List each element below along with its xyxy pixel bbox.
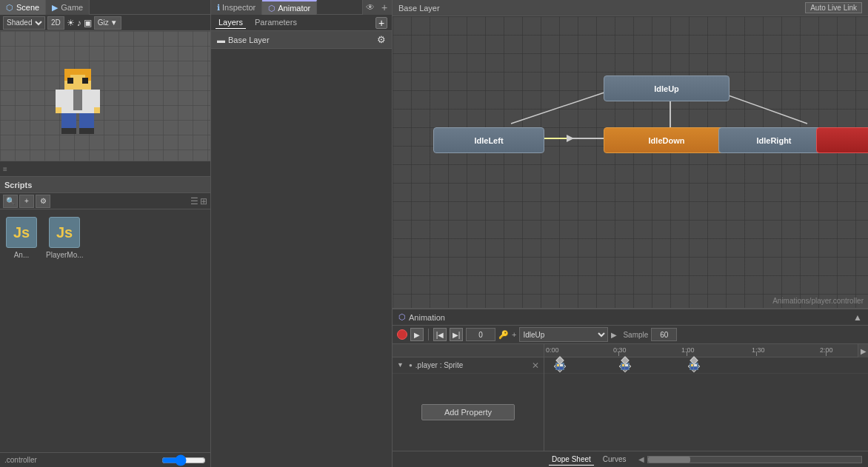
- add-layer-btn[interactable]: +: [375, 17, 387, 29]
- record-btn[interactable]: [397, 329, 407, 340]
- curves-tab[interactable]: Curves: [600, 454, 630, 466]
- svg-rect-7: [73, 90, 82, 110]
- svg-rect-8: [56, 90, 61, 107]
- animator-canvas-title: Base Layer: [398, 4, 440, 13]
- zoom-slider[interactable]: [161, 457, 206, 464]
- base-layer-label: Base Layer: [228, 36, 270, 44]
- clip-arrow: ▶: [611, 331, 617, 339]
- svg-rect-39: [560, 364, 563, 366]
- state-idle-left[interactable]: IdleLeft: [433, 127, 544, 153]
- script-name-1: An...: [14, 251, 30, 259]
- scripts-toolbar: 🔍 + ⚙ ☰ ⊞: [0, 193, 210, 209]
- time-input[interactable]: [466, 328, 495, 341]
- scene-tab[interactable]: ⬡ Scene: [0, 0, 46, 15]
- script-item-2[interactable]: Js PlayerMo...: [46, 217, 83, 259]
- svg-rect-11: [94, 107, 100, 113]
- step-fwd-btn[interactable]: ▶|: [450, 328, 463, 341]
- svg-rect-43: [622, 364, 624, 366]
- shading-mode-select[interactable]: Shaded: [3, 16, 45, 30]
- inspector-body: [211, 49, 392, 467]
- anim-controls-row: ▶ |◀ ▶| 🔑 + IdleUp IdleDown: [393, 326, 868, 344]
- script-name-2: PlayerMo...: [46, 251, 83, 259]
- dope-sheet-tab[interactable]: Dope Sheet: [549, 454, 594, 466]
- animation-bottom-bar: Dope Sheet Curves ◀: [393, 451, 868, 467]
- game-tab-label: Game: [61, 3, 83, 12]
- scene-toolbar: Shaded 2D ☀ ♪ ▣ Giz ▼: [0, 15, 210, 31]
- play-btn[interactable]: ▶: [410, 328, 424, 341]
- gear-icon[interactable]: ⚙: [377, 34, 386, 45]
- timeline-right[interactable]: 0:00 0:30 1:00 1:30 2:00 ▶: [544, 344, 868, 451]
- giz-btn[interactable]: Giz ▼: [94, 16, 121, 30]
- status-text: .controller: [4, 456, 37, 464]
- inspector-tab[interactable]: ℹ Inspector: [211, 0, 262, 15]
- slider-container: [161, 457, 206, 464]
- expand-btn[interactable]: ▼: [397, 361, 406, 370]
- animator-header: Base Layer Auto Live Link: [393, 0, 868, 16]
- svg-rect-37: [557, 364, 559, 366]
- anim-panel-collapse[interactable]: ▲: [853, 312, 862, 323]
- animation-icon: ⬡: [398, 312, 406, 322]
- auto-live-link-btn[interactable]: Auto Live Link: [805, 2, 862, 13]
- base-layer-bullet: ▬: [217, 36, 225, 44]
- sample-input[interactable]: [651, 328, 677, 341]
- timeline-area: ▼ ● .player : Sprite ✕ Add Property: [393, 344, 868, 451]
- prop-row-left: ▼ ● .player : Sprite: [397, 361, 532, 370]
- add-property-area: Add Property: [393, 374, 544, 451]
- scene-view[interactable]: [0, 31, 210, 161]
- add-property-btn[interactable]: Add Property: [421, 404, 515, 420]
- sun-icon: ☀: [67, 18, 75, 28]
- script-icon-1: Js: [6, 217, 37, 248]
- script-item-1[interactable]: Js An...: [6, 217, 37, 259]
- state-idle-up[interactable]: IdleUp: [604, 75, 730, 101]
- animator-canvas[interactable]: IdleUp IdleDown IdleLeft IdleRight Anima: [393, 16, 868, 308]
- bottom-status-bar: .controller: [0, 452, 210, 467]
- scripts-add-btn[interactable]: +: [19, 195, 34, 208]
- subtabs: Layers Parameters: [216, 16, 300, 29]
- base-layer-title: ▬ Base Layer: [217, 36, 270, 44]
- scripts-settings-btn[interactable]: ⚙: [36, 195, 50, 208]
- state-idle-right[interactable]: IdleRight: [718, 127, 829, 153]
- game-tab[interactable]: ▶ Game: [46, 0, 90, 15]
- dimension-btn[interactable]: 2D: [47, 16, 64, 30]
- prop-name-sprite: .player : Sprite: [415, 361, 463, 369]
- layers-tab[interactable]: Layers: [216, 16, 246, 29]
- clip-select[interactable]: IdleUp IdleDown IdleLeft IdleRight: [519, 327, 608, 342]
- scroll-thumb: [648, 457, 691, 463]
- svg-rect-45: [625, 364, 628, 366]
- svg-rect-40: [560, 367, 563, 369]
- scroll-right-btn[interactable]: ▶: [858, 344, 868, 357]
- svg-rect-44: [622, 367, 624, 369]
- right-panel: Base Layer Auto Live Link: [393, 0, 868, 467]
- dot-icon: ●: [409, 362, 413, 369]
- anim-bottom-right: Dope Sheet Curves ◀: [544, 454, 868, 466]
- state-red[interactable]: [816, 127, 868, 153]
- layers-params-row: Layers Parameters +: [211, 15, 392, 31]
- svg-rect-4: [67, 78, 73, 84]
- svg-rect-52: [694, 367, 697, 369]
- eye-btn[interactable]: 👁: [362, 0, 377, 15]
- display-icon: ▣: [84, 18, 92, 28]
- svg-rect-15: [79, 128, 94, 134]
- add-btn[interactable]: +: [377, 0, 392, 15]
- scene-tab-label: Scene: [16, 3, 39, 12]
- animator-tab[interactable]: ⬡ Animator: [262, 0, 317, 15]
- script-icon-2: Js: [49, 217, 80, 248]
- animation-panel: ⬡ Animation ▲ ▶ |◀ ▶|: [393, 308, 868, 467]
- prop-close-btn[interactable]: ✕: [532, 360, 539, 371]
- state-idle-down[interactable]: IdleDown: [604, 127, 730, 153]
- parameters-tab[interactable]: Parameters: [252, 16, 300, 29]
- timeline-scrollbar[interactable]: [647, 456, 862, 463]
- key-icon: 🔑: [498, 330, 509, 340]
- scroll-left-arrow[interactable]: ◀: [638, 455, 644, 463]
- audio-icon: ♪: [77, 18, 81, 28]
- scripts-title: Scripts: [4, 181, 32, 189]
- scripts-header: Scripts: [0, 177, 210, 193]
- timeline-ruler: 0:00 0:30 1:00 1:30 2:00 ▶: [544, 344, 868, 357]
- step-back-btn[interactable]: |◀: [433, 328, 447, 341]
- middle-panel: ℹ Inspector ⬡ Animator 👁 + Layers Parame…: [211, 0, 393, 467]
- scripts-search-btn[interactable]: 🔍: [3, 195, 18, 208]
- scripts-list-icon: ☰: [190, 196, 198, 206]
- scene-game-tabs: ⬡ Scene ▶ Game: [0, 0, 210, 15]
- scene-resize-icon: ≡: [3, 165, 7, 173]
- scripts-panel: Scripts 🔍 + ⚙ ☰ ⊞ Js An... Js Pl: [0, 177, 210, 452]
